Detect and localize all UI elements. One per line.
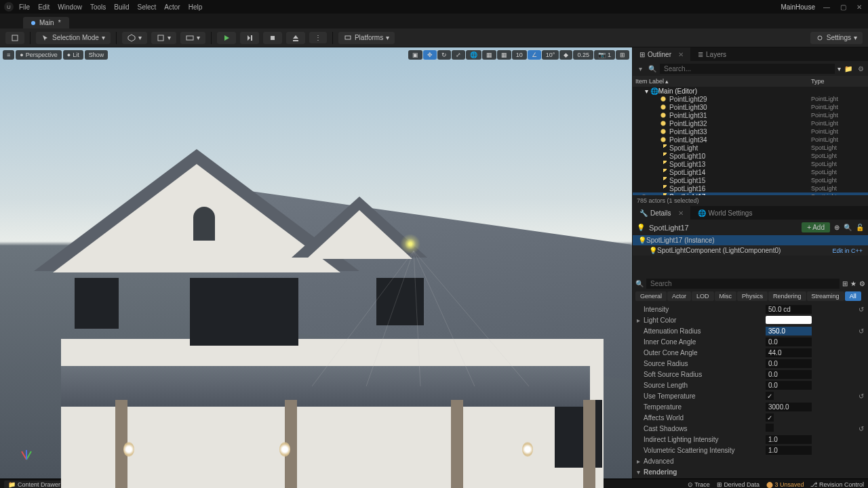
- cat-actor[interactable]: Actor: [667, 291, 691, 301]
- lit-dropdown[interactable]: ● Lit: [63, 50, 83, 60]
- outliner-row[interactable]: PointLight30PointLight: [633, 103, 868, 111]
- reset-icon[interactable]: ↺: [859, 392, 864, 400]
- reset-icon[interactable]: ↺: [859, 306, 864, 313]
- prop-innercone-input[interactable]: [766, 338, 812, 346]
- outliner-row[interactable]: SpotLightSpotLight: [633, 144, 868, 152]
- spotlight-gizmo[interactable]: [400, 234, 420, 254]
- prop-volumetric-input[interactable]: [766, 446, 812, 455]
- component-root[interactable]: 💡 SpotLight17 (Instance): [633, 235, 868, 245]
- console-input[interactable]: [155, 481, 277, 489]
- coord-space-button[interactable]: 🌐: [466, 50, 481, 60]
- prop-sourcelen-input[interactable]: [766, 381, 812, 390]
- outliner-row[interactable]: SpotLight10SpotLight: [633, 152, 868, 160]
- details-tab[interactable]: 🔧 Details✕: [633, 206, 690, 220]
- rotate-tool-button[interactable]: ↻: [437, 50, 451, 60]
- reset-icon[interactable]: ↺: [859, 425, 864, 432]
- scale-snap-toggle[interactable]: ◆: [559, 50, 572, 60]
- outliner-row[interactable]: SpotLight14SpotLight: [633, 168, 868, 176]
- viewport[interactable]: ≡ ● Perspective ● Lit Show ▣ ✥ ↻ ⤢ 🌐 ▦ ▦…: [0, 47, 632, 479]
- favorite-icon[interactable]: ★: [850, 280, 856, 287]
- viewport-layout-button[interactable]: ⊞: [616, 50, 629, 60]
- prop-temperature-input[interactable]: [766, 403, 812, 411]
- menu-actor[interactable]: Actor: [164, 3, 180, 11]
- prop-castshadows-checkbox[interactable]: [766, 424, 774, 432]
- maximize-button[interactable]: ▢: [838, 2, 848, 12]
- menu-file[interactable]: File: [19, 3, 30, 11]
- trace-button[interactable]: ⊙ Trace: [688, 481, 710, 488]
- prop-attenuation-input[interactable]: [766, 327, 812, 336]
- blueprints-dropdown[interactable]: ▾: [151, 32, 176, 44]
- find-icon[interactable]: 🔍: [844, 224, 852, 231]
- close-icon[interactable]: ✕: [678, 209, 684, 217]
- settings-dropdown[interactable]: Settings ▾: [810, 32, 863, 44]
- scale-snap-value[interactable]: 0.25: [573, 50, 593, 60]
- prop-indirect-input[interactable]: [766, 435, 812, 444]
- add-component-button[interactable]: + Add: [802, 222, 830, 232]
- unsaved-indicator[interactable]: ⬤ 3 Unsaved: [766, 481, 804, 488]
- outliner-row[interactable]: SpotLight15SpotLight: [633, 176, 868, 184]
- angle-snap-toggle[interactable]: ∠: [528, 50, 541, 60]
- content-drawer-button[interactable]: 📁 Content Drawer: [4, 481, 64, 489]
- viewport-menu-button[interactable]: ≡: [3, 50, 14, 60]
- actor-name[interactable]: SpotLight17: [649, 224, 797, 232]
- cat-misc[interactable]: Misc: [715, 291, 737, 301]
- menu-help[interactable]: Help: [189, 3, 203, 11]
- prop-softsource-input[interactable]: [766, 370, 812, 379]
- details-search-input[interactable]: [646, 279, 840, 289]
- outliner-row[interactable]: SpotLight13SpotLight: [633, 160, 868, 168]
- menu-build[interactable]: Build: [114, 3, 129, 11]
- cat-lod[interactable]: LOD: [692, 291, 714, 301]
- prop-lightcolor-swatch[interactable]: [766, 316, 812, 324]
- select-tool-button[interactable]: ▣: [408, 50, 422, 60]
- prop-outercone-input[interactable]: [766, 348, 812, 357]
- level-tab-main[interactable]: Main*: [23, 17, 69, 28]
- camera-speed-button[interactable]: 📷 1: [594, 50, 615, 60]
- browse-icon[interactable]: ⊕: [834, 224, 840, 231]
- expand-icon[interactable]: ▸: [637, 317, 644, 324]
- revision-control-button[interactable]: ⎇ Revision Control: [810, 481, 864, 488]
- skip-button[interactable]: [240, 32, 259, 44]
- cmd-dropdown[interactable]: Cmd ▾: [123, 481, 150, 489]
- outliner-tab[interactable]: ⊞ Outliner✕: [633, 47, 690, 61]
- cat-physics[interactable]: Physics: [737, 291, 768, 301]
- translate-tool-button[interactable]: ✥: [423, 50, 437, 60]
- eject-button[interactable]: [286, 32, 305, 44]
- menu-tools[interactable]: Tools: [90, 3, 106, 11]
- world-settings-tab[interactable]: 🌐 World Settings: [691, 206, 760, 220]
- outliner-row[interactable]: SpotLight16SpotLight: [633, 184, 868, 192]
- selection-mode-dropdown[interactable]: Selection Mode ▾: [36, 32, 111, 44]
- component-child[interactable]: 💡 SpotLightComponent (LightComponent0)Ed…: [633, 245, 868, 256]
- angle-snap-value[interactable]: 10°: [542, 50, 559, 60]
- close-button[interactable]: ✕: [854, 2, 864, 12]
- expand-icon[interactable]: ▾: [637, 468, 644, 476]
- menu-window[interactable]: Window: [58, 3, 82, 11]
- grid-snap-toggle[interactable]: ▦: [497, 50, 511, 60]
- menu-select[interactable]: Select: [138, 3, 157, 11]
- save-button[interactable]: [5, 32, 24, 44]
- surface-snap-button[interactable]: ▦: [482, 50, 496, 60]
- cat-streaming[interactable]: Streaming: [807, 291, 844, 301]
- play-options-dropdown[interactable]: ⋮: [309, 32, 327, 43]
- gear-icon[interactable]: ⚙: [859, 280, 865, 287]
- cat-all[interactable]: All: [845, 291, 861, 301]
- reset-icon[interactable]: ↺: [859, 327, 864, 335]
- show-dropdown[interactable]: Show: [85, 50, 108, 60]
- prop-sourceradius-input[interactable]: [766, 359, 812, 368]
- property-list[interactable]: Intensity↺ ▸Light Color Attenuation Radi…: [633, 304, 868, 479]
- outliner-row[interactable]: PointLight31PointLight: [633, 111, 868, 119]
- prop-intensity-input[interactable]: [766, 305, 812, 314]
- new-folder-icon[interactable]: 📁: [844, 64, 853, 73]
- filter-icon[interactable]: ▾: [635, 64, 645, 73]
- cat-rendering[interactable]: Rendering: [768, 291, 806, 301]
- chevron-down-icon[interactable]: ▾: [837, 65, 841, 73]
- expand-icon[interactable]: ▸: [637, 458, 644, 465]
- stop-button[interactable]: [263, 32, 282, 44]
- add-content-dropdown[interactable]: ▾: [122, 32, 147, 44]
- minimize-button[interactable]: —: [822, 2, 831, 12]
- property-matrix-icon[interactable]: ⊞: [842, 280, 848, 287]
- prop-affects-checkbox[interactable]: ✓: [766, 413, 774, 422]
- grid-snap-value[interactable]: 10: [512, 50, 527, 60]
- prop-advanced-label[interactable]: Advanced: [644, 458, 766, 465]
- column-type[interactable]: Type: [811, 78, 865, 85]
- outliner-row[interactable]: PointLight34PointLight: [633, 136, 868, 144]
